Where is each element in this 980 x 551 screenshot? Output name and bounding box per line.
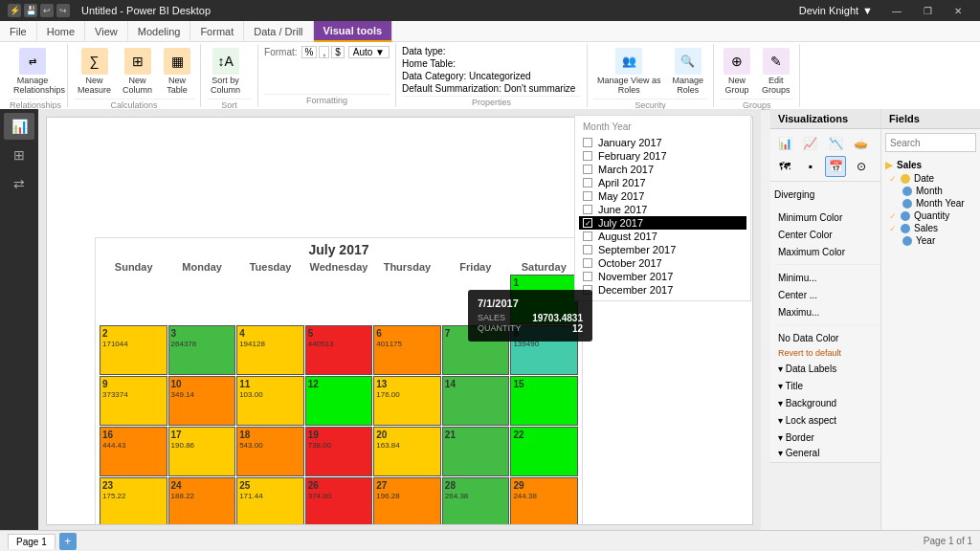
calendar-cell[interactable]: 26374.00 [305, 477, 373, 525]
calendar-cell[interactable]: 24188.22 [168, 477, 236, 525]
fields-item[interactable]: Year [881, 234, 980, 247]
calendar-cell[interactable]: 14 [442, 376, 510, 426]
calendar-cell[interactable]: 5440513 [305, 325, 373, 375]
month-item[interactable]: ✓July 2017 [579, 216, 746, 230]
calendar-cell[interactable]: 12 [305, 376, 373, 426]
viz-icon-treemap[interactable]: ▪ [800, 156, 821, 177]
calendar-cell[interactable]: 9373374 [100, 376, 167, 426]
redo-icon[interactable]: ↪ [56, 4, 70, 17]
close-button[interactable]: ✕ [944, 0, 972, 21]
sidebar-icon-data[interactable]: ⊞ [4, 142, 34, 168]
calendar-cell[interactable]: 21 [442, 427, 510, 476]
calendar-cell[interactable]: 27196.28 [373, 477, 441, 525]
cell-value: 401175 [376, 340, 438, 348]
month-checkbox[interactable] [583, 151, 592, 161]
calendar-cell[interactable]: 28264.38 [442, 477, 510, 525]
month-checkbox[interactable] [583, 178, 592, 187]
month-item[interactable]: September 2017 [579, 243, 746, 256]
calendar-cell[interactable]: 15 [510, 376, 578, 426]
calendar-cell[interactable]: 18543.00 [236, 427, 304, 476]
month-checkbox[interactable] [583, 138, 592, 147]
calendar-cell[interactable]: 13176.00 [373, 376, 441, 426]
calendar-cell[interactable]: 29244.38 [510, 477, 578, 525]
calendar-cell[interactable]: 22 [510, 427, 578, 476]
month-item[interactable]: November 2017 [579, 270, 746, 283]
manage-relationships-button[interactable]: ⇄ Manage Relationships [10, 46, 56, 97]
undo-icon[interactable]: ↩ [40, 4, 54, 17]
fields-item[interactable]: ✓Sales [881, 222, 980, 234]
viz-icon-calendar[interactable]: 📅 [825, 156, 846, 177]
sidebar-icon-report[interactable]: 📊 [4, 113, 34, 140]
month-checkbox[interactable]: ✓ [583, 218, 592, 228]
fields-item[interactable]: Month Year [881, 197, 980, 209]
viz-icon-line[interactable]: 📈 [800, 133, 821, 154]
new-group-button[interactable]: ⊕ NewGroup [720, 46, 754, 97]
calendar-cell[interactable]: 19738.00 [305, 427, 373, 476]
month-item[interactable]: January 2017 [579, 136, 746, 149]
viz-icon-bar[interactable]: 📊 [774, 133, 795, 154]
edit-groups-button[interactable]: ✎ EditGroups [758, 46, 794, 97]
month-item[interactable]: February 2017 [579, 149, 746, 163]
calendar-cell[interactable]: 20163.84 [373, 427, 441, 476]
calendar-cell[interactable]: 6401175 [373, 325, 441, 375]
calendar-cell[interactable]: 17190.86 [168, 427, 236, 476]
minimize-button[interactable]: — [882, 0, 911, 21]
calendar-cell[interactable]: 11103.00 [236, 376, 304, 426]
tab-format[interactable]: Format [190, 21, 244, 42]
manage-view-as-roles-button[interactable]: 👥 Manage View asRoles [593, 46, 664, 97]
sidebar-icon-model[interactable]: ⇄ [4, 170, 34, 197]
page-tab-1[interactable]: Page 1 [8, 534, 56, 549]
month-checkbox[interactable] [583, 258, 592, 268]
fields-item[interactable]: ✓Date [881, 172, 980, 185]
calendar-cell[interactable]: 4194128 [236, 325, 304, 375]
tab-visual-tools[interactable]: Visual tools [314, 21, 393, 42]
fields-group-sales-header[interactable]: ▶ Sales [881, 158, 980, 172]
new-table-button[interactable]: ▦ NewTable [160, 46, 194, 97]
calendar-cell[interactable]: 23175.22 [100, 477, 167, 525]
percent-btn[interactable]: % [301, 46, 318, 58]
comma-btn[interactable]: , [319, 46, 329, 58]
month-item[interactable]: June 2017 [579, 203, 746, 216]
maximize-button[interactable]: ❐ [913, 0, 942, 21]
new-measure-button[interactable]: ∑ NewMeasure [74, 46, 115, 97]
calendar-cell[interactable]: 16444.43 [100, 427, 167, 476]
month-checkbox[interactable] [583, 205, 592, 214]
calendar-cell[interactable]: 25171.44 [236, 477, 304, 525]
month-checkbox[interactable] [583, 191, 592, 201]
month-item[interactable]: April 2017 [579, 176, 746, 189]
month-checkbox[interactable] [583, 272, 592, 281]
month-checkbox[interactable] [583, 245, 592, 254]
auto-dropdown[interactable]: Auto ▼ [348, 46, 390, 58]
data-labels-label: ▾ Data Labels [778, 364, 836, 374]
month-item[interactable]: March 2017 [579, 163, 746, 176]
dollar-btn[interactable]: $ [331, 46, 345, 58]
fields-search-input[interactable] [885, 133, 976, 152]
tab-home[interactable]: Home [37, 21, 85, 42]
tab-file[interactable]: File [0, 21, 37, 42]
tab-modeling[interactable]: Modeling [128, 21, 191, 42]
month-label: May 2017 [598, 190, 644, 202]
month-item[interactable]: December 2017 [579, 283, 746, 297]
tab-view[interactable]: View [85, 21, 128, 42]
new-column-button[interactable]: ⊞ NewColumn [119, 46, 156, 97]
calendar-cell[interactable]: 3264378 [168, 325, 236, 375]
new-table-label: NewTable [167, 76, 188, 95]
calendar-cell[interactable]: 2171044 [100, 325, 167, 375]
sort-by-column-button[interactable]: ↕A Sort byColumn [207, 46, 244, 97]
save-icon[interactable]: 💾 [24, 4, 37, 17]
viz-icon-gauge[interactable]: ⊙ [851, 156, 872, 177]
add-page-button[interactable]: + [59, 533, 77, 550]
manage-roles-button[interactable]: 🔍 ManageRoles [668, 46, 707, 97]
month-item[interactable]: May 2017 [579, 189, 746, 203]
tab-data-drill[interactable]: Data / Drill [244, 21, 313, 42]
month-item[interactable]: October 2017 [579, 256, 746, 270]
calendar-cell[interactable]: 10349.14 [168, 376, 236, 426]
fields-item[interactable]: ✓Quantity [881, 209, 980, 222]
viz-icon-pie[interactable]: 🥧 [851, 133, 872, 154]
month-item[interactable]: August 2017 [579, 230, 746, 243]
month-checkbox[interactable] [583, 231, 592, 241]
month-checkbox[interactable] [583, 165, 592, 174]
fields-item[interactable]: Month [881, 185, 980, 197]
viz-icon-area[interactable]: 📉 [825, 133, 846, 154]
viz-icon-map[interactable]: 🗺 [774, 156, 795, 177]
